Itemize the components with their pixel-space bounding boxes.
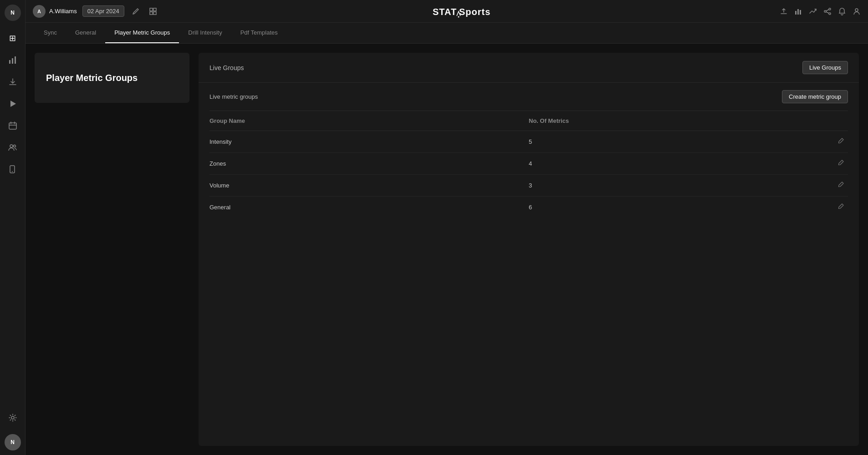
right-panel: Live Groups Live Groups Live metric grou…: [199, 53, 859, 446]
table-row: General6: [209, 197, 848, 218]
live-groups-label: Live Groups: [209, 64, 244, 71]
svg-text:Sports: Sports: [459, 7, 490, 17]
edit-icon[interactable]: [130, 5, 142, 17]
username: A.Williams: [49, 8, 77, 15]
page-content: Player Metric Groups Live Groups Live Gr…: [26, 44, 868, 455]
col-header-no-of-metrics: No. Of Metrics: [529, 111, 752, 131]
edit-icon[interactable]: [837, 160, 844, 168]
sidebar-logo: N: [5, 5, 21, 21]
svg-point-23: [855, 9, 858, 11]
svg-point-16: [458, 16, 460, 17]
cell-no-of-metrics: 6: [529, 197, 752, 218]
cell-action: [752, 131, 848, 153]
table-row: Zones4: [209, 153, 848, 175]
edit-icon[interactable]: [837, 138, 844, 146]
table-row: Intensity5: [209, 131, 848, 153]
sidebar: N ⊞: [0, 0, 26, 455]
svg-rect-1: [12, 58, 13, 64]
cell-group-name: General: [209, 197, 529, 218]
tab-drill-intensity[interactable]: Drill Intensity: [179, 23, 231, 43]
svg-rect-19: [800, 10, 801, 15]
svg-marker-3: [10, 101, 16, 107]
cell-no-of-metrics: 3: [529, 175, 752, 197]
main-area: A A.Williams 02 Apr 2024 STAT Sports: [26, 0, 868, 455]
sidebar-item-team[interactable]: [4, 138, 22, 157]
sidebar-item-download[interactable]: [4, 73, 22, 91]
topbar-user: A A.Williams: [33, 5, 77, 18]
svg-point-8: [12, 171, 13, 172]
cell-action: [752, 175, 848, 197]
content: Sync General Player Metric Groups Drill …: [26, 23, 868, 455]
tab-pdf-templates[interactable]: Pdf Templates: [231, 23, 287, 43]
svg-rect-4: [9, 123, 16, 129]
svg-point-21: [824, 10, 826, 12]
left-panel: Player Metric Groups: [35, 53, 189, 446]
page-title: Player Metric Groups: [46, 72, 138, 84]
edit-icon[interactable]: [837, 204, 844, 212]
table-header-row: Group Name No. Of Metrics: [209, 111, 848, 131]
sidebar-item-play[interactable]: [4, 95, 22, 113]
page-title-card: Player Metric Groups: [35, 53, 189, 103]
cell-no-of-metrics: 5: [529, 131, 752, 153]
tabs-bar: Sync General Player Metric Groups Drill …: [26, 23, 868, 44]
live-groups-header: Live Groups Live Groups: [199, 53, 859, 83]
bar-chart-icon[interactable]: [794, 7, 802, 15]
tab-sync[interactable]: Sync: [35, 23, 66, 43]
tab-general[interactable]: General: [66, 23, 105, 43]
col-header-group-name: Group Name: [209, 111, 529, 131]
cell-action: [752, 197, 848, 218]
table-row: Volume3: [209, 175, 848, 197]
sidebar-item-device[interactable]: [4, 160, 22, 178]
upload-icon[interactable]: [780, 7, 788, 15]
svg-rect-12: [150, 12, 153, 15]
edit-icon[interactable]: [837, 182, 844, 190]
grid-icon[interactable]: [147, 5, 159, 17]
share-icon[interactable]: [823, 7, 832, 15]
sidebar-user-avatar[interactable]: N: [5, 434, 21, 450]
avatar: A: [33, 5, 46, 18]
svg-text:STAT: STAT: [433, 7, 457, 17]
cell-group-name: Intensity: [209, 131, 529, 153]
sidebar-item-dashboard[interactable]: ⊞: [4, 29, 22, 47]
topbar-right-icons: [780, 7, 861, 15]
svg-point-9: [11, 416, 14, 419]
trend-icon[interactable]: [809, 7, 817, 15]
svg-rect-2: [15, 56, 16, 64]
svg-point-20: [829, 8, 831, 10]
svg-rect-10: [150, 8, 153, 11]
create-metric-group-button[interactable]: Create metric group: [782, 90, 848, 103]
metric-groups-header: Live metric groups Create metric group: [209, 83, 848, 111]
topbar-logo: STAT Sports: [164, 5, 774, 18]
sidebar-item-analytics[interactable]: [4, 51, 22, 69]
bell-icon[interactable]: [838, 7, 846, 15]
svg-rect-0: [9, 60, 10, 64]
svg-rect-13: [153, 12, 156, 15]
account-icon[interactable]: [853, 7, 861, 15]
cell-no-of-metrics: 4: [529, 153, 752, 175]
svg-point-5: [10, 145, 13, 147]
svg-rect-18: [797, 9, 799, 15]
metric-groups-section: Live metric groups Create metric group G…: [199, 83, 859, 218]
live-groups-button[interactable]: Live Groups: [802, 61, 848, 74]
topbar: A A.Williams 02 Apr 2024 STAT Sports: [26, 0, 868, 23]
svg-point-22: [829, 13, 831, 15]
col-header-action: [752, 111, 848, 131]
tab-player-metric-groups[interactable]: Player Metric Groups: [105, 23, 179, 43]
cell-group-name: Zones: [209, 153, 529, 175]
metrics-table: Group Name No. Of Metrics Intensity5 Zon…: [209, 111, 848, 218]
svg-point-6: [13, 145, 15, 147]
sidebar-item-settings[interactable]: [4, 409, 22, 427]
svg-rect-11: [153, 8, 156, 11]
cell-group-name: Volume: [209, 175, 529, 197]
sidebar-item-calendar[interactable]: [4, 116, 22, 135]
svg-rect-17: [795, 11, 797, 15]
live-metric-groups-label: Live metric groups: [209, 93, 258, 100]
date-picker[interactable]: 02 Apr 2024: [82, 5, 124, 17]
cell-action: [752, 153, 848, 175]
